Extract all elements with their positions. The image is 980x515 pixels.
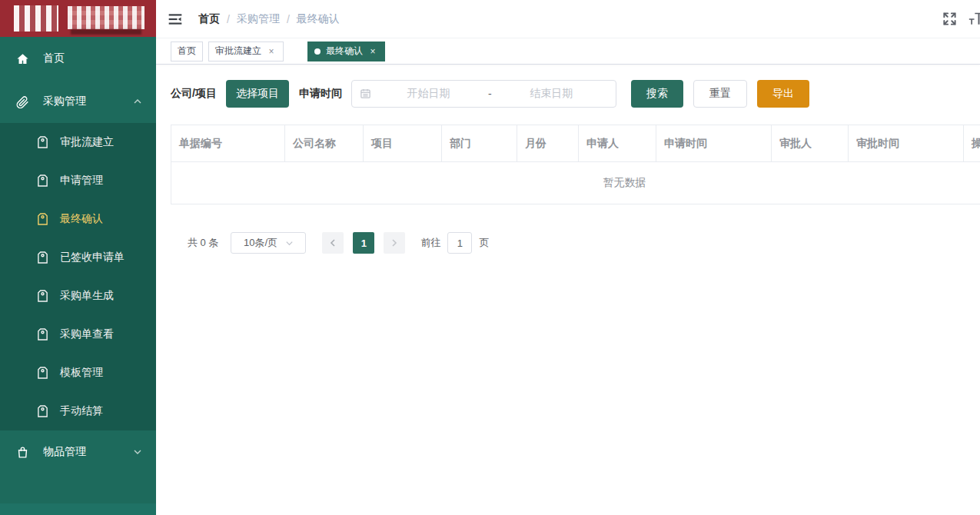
sidebar-subitem-approval-flow[interactable]: 审批流建立 (0, 123, 156, 161)
col-header-approve-time: 审批时间 (849, 125, 964, 162)
breadcrumb-home[interactable]: 首页 (198, 12, 220, 26)
col-header-apply-time: 申请时间 (656, 125, 772, 162)
main-area: 首页 / 采购管理 / 最终确认 首页 审批流建立 × 最终确认 × (156, 0, 980, 515)
reset-button[interactable]: 重置 (693, 80, 747, 108)
data-table: 单据编号 公司名称 项目 部门 月份 申请人 申请时间 审批人 审批时间 操作 … (171, 125, 980, 204)
sidebar-subitem-po-generate[interactable]: 采购单生成 (0, 277, 156, 315)
logo-shadow (71, 29, 141, 35)
col-header-doc-no: 单据编号 (171, 125, 285, 162)
chevron-down-icon (133, 447, 142, 457)
sidebar-menu: 首页 采购管理 审批流建立 申请管理 (0, 37, 156, 473)
tag-icon (37, 174, 48, 188)
sidebar-subitem-label: 手动结算 (60, 404, 103, 418)
page-number-1[interactable]: 1 (353, 232, 374, 254)
breadcrumb: 首页 / 采购管理 / 最终确认 (198, 12, 340, 26)
breadcrumb-separator: / (227, 13, 230, 25)
sidebar-item-label: 物品管理 (43, 445, 86, 459)
sidebar-subitem-label: 申请管理 (60, 174, 103, 188)
sidebar: 首页 采购管理 审批流建立 申请管理 (0, 0, 156, 515)
shopping-bag-icon (15, 445, 29, 459)
col-header-project: 项目 (364, 125, 442, 162)
start-date-input[interactable]: 开始日期 (372, 87, 485, 101)
sidebar-item-label: 采购管理 (43, 95, 86, 108)
font-size-icon[interactable] (968, 12, 980, 27)
home-icon (15, 52, 29, 65)
chevron-right-icon (390, 238, 399, 248)
fullscreen-icon[interactable] (942, 12, 958, 27)
breadcrumb-separator: / (287, 13, 290, 25)
topbar: 首页 / 采购管理 / 最终确认 (156, 0, 980, 38)
page-size-select[interactable]: 10条/页 (231, 232, 306, 254)
goto-label: 前往 (420, 236, 440, 250)
close-icon[interactable]: × (266, 46, 277, 57)
app-logo[interactable] (0, 0, 156, 37)
sidebar-subitem-label: 审批流建立 (60, 135, 114, 149)
date-range-picker[interactable]: 开始日期 - 结束日期 (351, 80, 616, 108)
col-header-actions: 操作 (964, 125, 980, 162)
filter-bar: 公司/项目 选择项目 申请时间 开始日期 - 结束日期 搜索 重置 导出 (156, 65, 980, 108)
sidebar-bottom-strip (0, 503, 156, 515)
sidebar-subitem-signed-requests[interactable]: 已签收申请单 (0, 238, 156, 277)
col-header-department: 部门 (442, 125, 517, 162)
tab-home[interactable]: 首页 (171, 42, 203, 61)
sidebar-item-goods[interactable]: 物品管理 (0, 430, 156, 473)
goto-page-input[interactable] (447, 232, 472, 254)
sidebar-subitem-label: 最终确认 (60, 212, 103, 226)
tag-icon (37, 213, 48, 226)
sidebar-subitem-manual-settle[interactable]: 手动结算 (0, 392, 156, 430)
active-tab-dot (314, 48, 321, 55)
select-project-button[interactable]: 选择项目 (226, 80, 289, 108)
sidebar-collapse-icon[interactable] (168, 12, 183, 27)
sidebar-subitem-request-mgmt[interactable]: 申请管理 (0, 161, 156, 200)
logo-mark-pixelated (14, 5, 58, 32)
topbar-actions (942, 0, 980, 38)
table-header-row: 单据编号 公司名称 项目 部门 月份 申请人 申请时间 审批人 审批时间 操作 (171, 125, 980, 162)
sidebar-item-label: 首页 (43, 52, 65, 65)
tag-icon (37, 251, 48, 264)
pagination-total: 共 0 条 (188, 236, 218, 250)
logo-text-pixelated (68, 6, 145, 29)
col-header-month: 月份 (517, 125, 579, 162)
goto-page: 前往 页 (420, 232, 489, 254)
tags-view-bar: 首页 审批流建立 × 最终确认 × (156, 38, 980, 65)
sidebar-subitem-po-view[interactable]: 采购单查看 (0, 315, 156, 354)
table-inner: 单据编号 公司名称 项目 部门 月份 申请人 申请时间 审批人 审批时间 操作 … (171, 125, 980, 204)
sidebar-item-home[interactable]: 首页 (0, 37, 156, 80)
col-header-applicant: 申请人 (579, 125, 656, 162)
paperclip-icon (15, 95, 29, 108)
end-date-input[interactable]: 结束日期 (495, 87, 608, 101)
pagination: 共 0 条 10条/页 1 前往 页 (188, 232, 980, 254)
col-header-company: 公司名称 (285, 125, 364, 162)
tab-label: 审批流建立 (215, 45, 261, 58)
tag-icon (37, 405, 48, 418)
tab-approval-flow[interactable]: 审批流建立 × (208, 42, 284, 61)
procurement-submenu: 审批流建立 申请管理 最终确认 已签收申请单 (0, 123, 156, 430)
close-icon[interactable]: × (367, 46, 378, 57)
chevron-left-icon (328, 238, 337, 248)
tag-icon (37, 290, 48, 303)
sidebar-subitem-label: 已签收申请单 (60, 251, 125, 264)
prev-page-button[interactable] (322, 232, 344, 254)
table-empty-state: 暂无数据 (171, 162, 980, 204)
chevron-up-icon (133, 97, 142, 106)
project-filter-label: 公司/项目 (171, 87, 217, 101)
sidebar-subitem-label: 模板管理 (60, 366, 103, 380)
sidebar-subitem-final-confirm[interactable]: 最终确认 (0, 200, 156, 238)
tag-icon (37, 367, 48, 380)
tag-icon (37, 136, 48, 149)
sidebar-subitem-template-mgmt[interactable]: 模板管理 (0, 354, 156, 392)
tab-label: 首页 (178, 45, 196, 58)
sidebar-subitem-label: 采购单查看 (60, 327, 114, 341)
export-button[interactable]: 导出 (757, 80, 809, 108)
tab-label: 最终确认 (326, 45, 363, 58)
chevron-down-icon (285, 239, 294, 248)
time-filter-label: 申请时间 (299, 87, 342, 101)
next-page-button[interactable] (384, 232, 405, 254)
sidebar-subitem-label: 采购单生成 (60, 289, 114, 303)
sidebar-item-procurement[interactable]: 采购管理 (0, 80, 156, 123)
breadcrumb-procurement: 采购管理 (237, 12, 280, 26)
range-separator: - (485, 88, 495, 100)
search-button[interactable]: 搜索 (631, 80, 683, 108)
tab-final-confirm[interactable]: 最终确认 × (307, 42, 385, 61)
col-header-approver: 审批人 (772, 125, 849, 162)
